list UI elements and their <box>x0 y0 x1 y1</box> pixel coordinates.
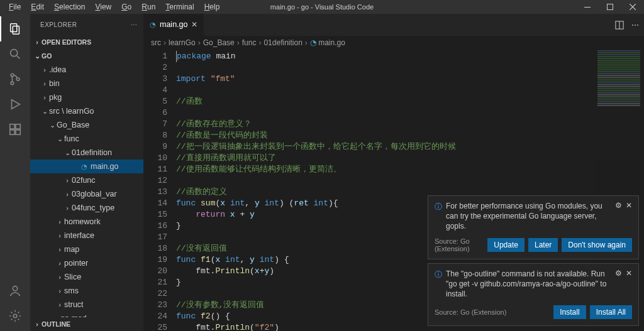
tree-item-label: struct <box>64 300 84 309</box>
menu-view[interactable]: View <box>90 0 116 14</box>
folder-func[interactable]: ⌄func <box>30 132 143 146</box>
menu-go[interactable]: Go <box>116 0 136 14</box>
tree-item-label: main.go <box>91 162 118 171</box>
gear-icon[interactable]: ⚙ <box>615 269 622 278</box>
open-editors-header[interactable]: › OPEN EDITORS <box>30 35 143 49</box>
folder--idea[interactable]: ›.idea <box>30 63 143 77</box>
code-content[interactable]: package main import "fmt" //函数 //函数存在的意义… <box>176 50 456 331</box>
breadcrumb-segment[interactable]: learnGo <box>169 38 196 47</box>
folder-interface[interactable]: ›interface <box>30 229 143 242</box>
file-main.go[interactable]: ◔main.go <box>30 160 143 173</box>
update-button[interactable]: Update <box>487 238 525 252</box>
close-tab-icon[interactable]: ✕ <box>191 20 197 29</box>
folder-sms[interactable]: ›sms <box>30 284 143 298</box>
menu-bar: FileEditSelectionViewGoRunTerminalHelp <box>0 0 225 14</box>
close-icon[interactable]: ✕ <box>626 201 632 210</box>
breadcrumb-segment[interactable]: func <box>242 38 257 47</box>
tree-item-label: bin <box>49 79 60 88</box>
notification-message: The "go-outline" command is not availabl… <box>446 269 608 299</box>
menu-edit[interactable]: Edit <box>26 0 49 14</box>
folder-bin[interactable]: ›bin <box>30 77 143 90</box>
run-debug-activity[interactable] <box>0 92 30 117</box>
folder-pointer[interactable]: ›pointer <box>30 256 143 270</box>
menu-file[interactable]: File <box>4 0 26 14</box>
tree-item-label: Go_Base <box>57 121 89 129</box>
svg-point-17 <box>13 314 17 318</box>
close-window-button[interactable] <box>621 0 644 14</box>
activity-bar <box>0 14 30 331</box>
tab-main-go[interactable]: ◔ main.go ✕ <box>143 14 204 36</box>
settings-activity[interactable] <box>0 303 30 328</box>
breadcrumb-segment[interactable]: 01definition <box>264 38 302 47</box>
install-button[interactable]: Install <box>553 305 586 319</box>
folder-pkg[interactable]: ›pkg <box>30 90 143 104</box>
svg-point-8 <box>11 73 14 77</box>
notification: ⓘThe "go-outline" command is not availab… <box>428 263 639 326</box>
breadcrumbs[interactable]: src›learnGo›Go_Base›func›01definition›◔ … <box>143 36 644 50</box>
file-tree: ›.idea›bin›pkg⌄src \ learnGo⌄Go_Base⌄fun… <box>30 63 143 317</box>
close-icon[interactable]: ✕ <box>626 269 632 278</box>
folder-03global_var[interactable]: ›03global_var <box>30 187 143 201</box>
tree-item-label: 04func_type <box>72 203 114 212</box>
tree-item-label: Slice <box>64 273 81 281</box>
maximize-button[interactable] <box>599 0 621 14</box>
folder-root-label: GO <box>42 52 52 60</box>
folder-01definition[interactable]: ⌄01definition <box>30 146 143 160</box>
tree-item-label: interface <box>64 231 94 240</box>
menu-terminal[interactable]: Terminal <box>160 0 199 14</box>
tree-item-label: map <box>64 245 79 254</box>
line-number-gutter: 1234567891011121314151617181920212223242… <box>143 50 176 331</box>
svg-rect-5 <box>13 26 19 34</box>
tree-item-label: pkg <box>49 93 62 102</box>
go-file-icon: ◔ <box>79 163 89 171</box>
go-file-icon: ◔ <box>150 21 156 29</box>
folder-root-header[interactable]: ⌄ GO <box>30 49 143 63</box>
window-controls <box>576 0 644 14</box>
file-go.mod[interactable]: ≡go.mod <box>30 312 143 317</box>
later-button[interactable]: Later <box>528 238 558 252</box>
folder-02func[interactable]: ›02func <box>30 173 143 187</box>
folder-struct[interactable]: ›struct <box>30 298 143 312</box>
minimize-button[interactable] <box>576 0 599 14</box>
outline-header[interactable]: › OUTLINE <box>30 317 143 331</box>
editor-tabs: ◔ main.go ✕ ⋯ <box>143 14 644 36</box>
sidebar-header: EXPLORER ⋯ <box>30 14 143 35</box>
svg-rect-14 <box>10 130 14 134</box>
extensions-activity[interactable] <box>0 117 30 142</box>
gear-icon[interactable]: ⚙ <box>615 201 622 210</box>
editor-actions: ⋯ <box>615 14 644 36</box>
split-editor-icon[interactable] <box>615 21 624 30</box>
search-activity[interactable] <box>0 41 30 67</box>
breadcrumb-segment[interactable]: ◔ main.go <box>310 38 345 47</box>
breadcrumb-segment[interactable]: src <box>151 38 161 47</box>
more-actions-icon[interactable]: ⋯ <box>131 21 138 28</box>
notification-message: For better performance using Go modules,… <box>446 201 608 231</box>
tree-item-label: 02func <box>72 176 96 185</box>
folder-homework[interactable]: ›homework <box>30 215 143 229</box>
tree-item-label: func <box>64 134 79 143</box>
folder-src---learngo[interactable]: ⌄src \ learnGo <box>30 104 143 118</box>
explorer-activity[interactable] <box>0 16 30 41</box>
accounts-activity[interactable] <box>0 278 30 303</box>
folder-04func_type[interactable]: ›04func_type <box>30 201 143 215</box>
tree-item-label: src \ learnGo <box>49 107 94 116</box>
menu-help[interactable]: Help <box>199 0 225 14</box>
folder-map[interactable]: ›map <box>30 242 143 256</box>
svg-point-6 <box>11 50 18 57</box>
dont-show-button[interactable]: Don't show again <box>562 238 632 252</box>
tree-item-label: homework <box>64 217 101 226</box>
folder-slice[interactable]: ›Slice <box>30 270 143 284</box>
menu-run[interactable]: Run <box>136 0 160 14</box>
svg-rect-13 <box>16 124 20 129</box>
tab-label: main.go <box>160 20 187 29</box>
breadcrumb-segment[interactable]: Go_Base <box>203 38 235 47</box>
install-all-button[interactable]: Install All <box>590 305 632 319</box>
source-control-activity[interactable] <box>0 67 30 92</box>
folder-go_base[interactable]: ⌄Go_Base <box>30 118 143 132</box>
svg-rect-12 <box>10 124 14 129</box>
titlebar: FileEditSelectionViewGoRunTerminalHelp m… <box>0 0 644 14</box>
svg-rect-15 <box>16 130 20 134</box>
menu-selection[interactable]: Selection <box>49 0 90 14</box>
tree-item-label: pointer <box>64 259 88 268</box>
more-editor-actions-icon[interactable]: ⋯ <box>631 21 639 30</box>
